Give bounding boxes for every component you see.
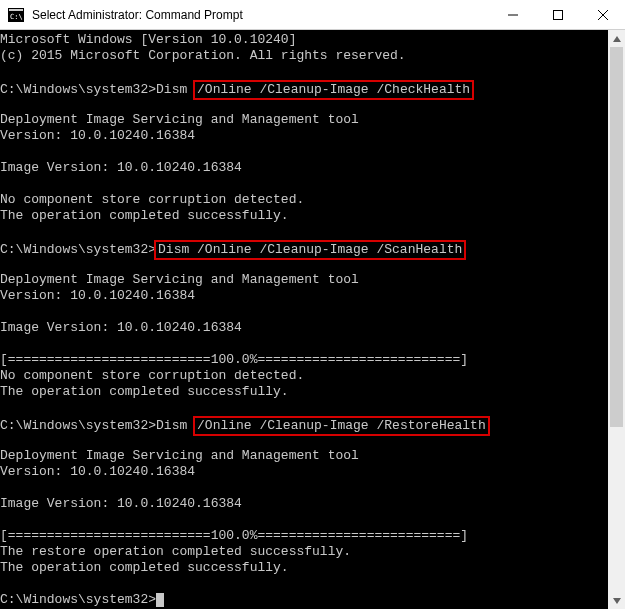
close-button[interactable]	[580, 0, 625, 30]
maximize-button[interactable]	[535, 0, 580, 30]
scroll-up-button[interactable]	[608, 30, 625, 47]
terminal-blank-line	[0, 176, 608, 192]
terminal-blank-line	[0, 144, 608, 160]
terminal-blank-line	[0, 480, 608, 496]
terminal-blank-line	[0, 512, 608, 528]
window-controls	[490, 0, 625, 30]
terminal-blank-line	[0, 336, 608, 352]
terminal-line: [==========================100.0%=======…	[0, 352, 608, 368]
terminal-line: Microsoft Windows [Version 10.0.10240]	[0, 32, 608, 48]
terminal-output[interactable]: Microsoft Windows [Version 10.0.10240](c…	[0, 30, 608, 609]
command-line: C:\Windows\system32>Dism /Online /Cleanu…	[0, 80, 608, 96]
terminal-line: The operation completed successfully.	[0, 208, 608, 224]
highlighted-command: Dism /Online /Cleanup-Image /ScanHealth	[154, 240, 466, 260]
scroll-thumb[interactable]	[610, 47, 623, 427]
terminal-blank-line	[0, 576, 608, 592]
cmd-icon: C:\	[6, 6, 26, 24]
terminal-line: Deployment Image Servicing and Managemen…	[0, 112, 608, 128]
minimize-button[interactable]	[490, 0, 535, 30]
highlighted-command: /Online /Cleanup-Image /RestoreHealth	[193, 416, 490, 436]
prompt-line: C:\Windows\system32>	[0, 592, 608, 608]
terminal-line: Image Version: 10.0.10240.16384	[0, 160, 608, 176]
terminal-line: (c) 2015 Microsoft Corporation. All righ…	[0, 48, 608, 64]
cursor	[156, 593, 164, 607]
window-titlebar: C:\ Select Administrator: Command Prompt	[0, 0, 625, 30]
terminal-line: Image Version: 10.0.10240.16384	[0, 496, 608, 512]
terminal-line: The operation completed successfully.	[0, 560, 608, 576]
scroll-down-button[interactable]	[608, 592, 625, 609]
terminal-line: No component store corruption detected.	[0, 192, 608, 208]
terminal-line: The operation completed successfully.	[0, 384, 608, 400]
terminal-line: Version: 10.0.10240.16384	[0, 128, 608, 144]
terminal-line: Version: 10.0.10240.16384	[0, 464, 608, 480]
terminal-line: Deployment Image Servicing and Managemen…	[0, 272, 608, 288]
terminal-blank-line	[0, 224, 608, 240]
command-line: C:\Windows\system32>Dism /Online /Cleanu…	[0, 240, 608, 256]
terminal-line: The restore operation completed successf…	[0, 544, 608, 560]
terminal-blank-line	[0, 304, 608, 320]
terminal-line: Image Version: 10.0.10240.16384	[0, 320, 608, 336]
command-line: C:\Windows\system32>Dism /Online /Cleanu…	[0, 416, 608, 432]
highlighted-command: /Online /Cleanup-Image /CheckHealth	[193, 80, 474, 100]
terminal-line: [==========================100.0%=======…	[0, 528, 608, 544]
svg-rect-4	[553, 11, 562, 20]
terminal-blank-line	[0, 64, 608, 80]
terminal-line: No component store corruption detected.	[0, 368, 608, 384]
vertical-scrollbar[interactable]	[608, 30, 625, 609]
terminal-blank-line	[0, 400, 608, 416]
svg-rect-1	[9, 9, 23, 11]
terminal-container: Microsoft Windows [Version 10.0.10240](c…	[0, 30, 625, 609]
svg-text:C:\: C:\	[10, 13, 23, 21]
terminal-line: Deployment Image Servicing and Managemen…	[0, 448, 608, 464]
terminal-line: Version: 10.0.10240.16384	[0, 288, 608, 304]
